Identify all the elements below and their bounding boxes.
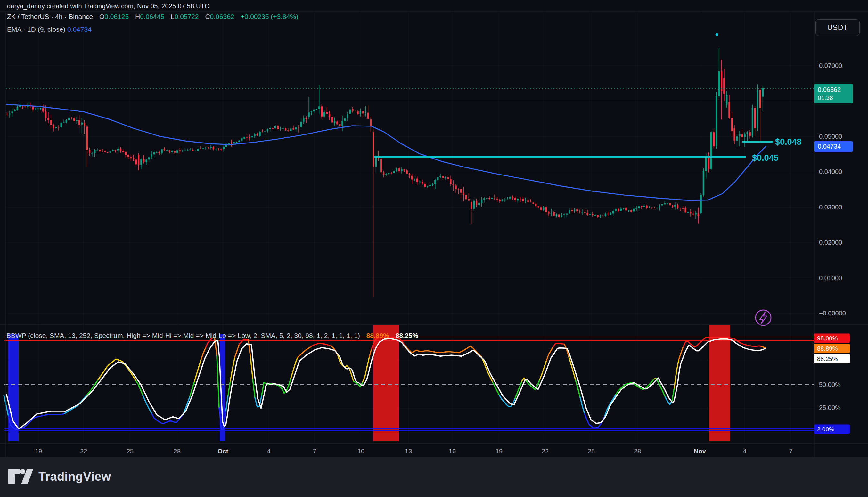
high-value: 0.06445 — [140, 13, 164, 20]
last-price: 0.06362 — [818, 85, 853, 94]
time-axis-label: 19 — [496, 448, 502, 455]
bbwp-25-label: 25.00% — [819, 404, 841, 412]
time-axis-label: 7 — [313, 448, 316, 455]
low-value: 0.05722 — [174, 13, 199, 20]
bottom-bar — [0, 457, 868, 497]
price-axis-label: 0.04000 — [819, 168, 842, 175]
price-axis-label: 0.05000 — [819, 133, 842, 140]
bbwp-high-level-badge: 98.00% — [814, 334, 850, 343]
time-axis-label: 16 — [449, 448, 456, 455]
price-axis-label: 0.02000 — [819, 239, 842, 246]
bbwp-settings: BBWP (close, SMA, 13, 252, Spectrum, Hig… — [6, 332, 360, 339]
ema-title: EMA · 1D (9, close) — [7, 26, 65, 33]
symbol-title: ZK / TetherUS · 4h · Binance — [7, 13, 93, 20]
chart-canvas[interactable] — [0, 0, 868, 497]
time-axis-label: Nov — [694, 448, 706, 455]
low-label: L — [171, 13, 174, 20]
currency-toggle-button[interactable]: USDT — [815, 19, 860, 36]
time-axis-label: 10 — [357, 448, 365, 455]
tradingview-logo-mark — [8, 468, 34, 485]
price-axis-label: 0.07000 — [819, 62, 842, 70]
symbol-legend[interactable]: ZK / TetherUS · 4h · Binance O0.06125 H0… — [7, 13, 298, 20]
attribution-text: darya_danny created with TradingView.com… — [7, 3, 210, 10]
bbwp-indicator-legend[interactable]: BBWP (close, SMA, 13, 252, Spectrum, Hig… — [6, 332, 418, 339]
last-price-badge: 0.06362 01:38 — [814, 84, 853, 103]
price-axis-label: 0.03000 — [819, 203, 842, 211]
close-label: C — [205, 13, 210, 20]
bbwp-50-label: 50.00% — [819, 381, 841, 388]
time-axis-label: 25 — [588, 448, 595, 455]
price-level-label-045[interactable]: $0.045 — [752, 153, 779, 163]
time-axis-label: 13 — [405, 448, 412, 455]
ema-legend[interactable]: EMA · 1D (9, close) 0.04734 — [7, 26, 91, 33]
time-axis-label: 4 — [743, 448, 746, 455]
bar-countdown: 01:38 — [818, 94, 853, 102]
ema-value: 0.04734 — [67, 26, 91, 33]
time-axis-label: 28 — [174, 448, 181, 455]
tradingview-logo[interactable]: TradingView — [8, 468, 111, 485]
time-axis-label: 19 — [35, 448, 42, 455]
tradingview-logo-text: TradingView — [39, 470, 111, 484]
bbwp-current-value: 88.89% — [367, 332, 389, 339]
bbwp-low-level-badge: 2.00% — [814, 425, 850, 434]
time-axis-label: 7 — [789, 448, 793, 455]
open-value: 0.06125 — [104, 13, 129, 20]
price-axis-label: 0.01000 — [819, 274, 842, 282]
bbwp-value-badge: 88.89% — [814, 344, 850, 353]
open-label: O — [99, 13, 104, 20]
price-level-label-048[interactable]: $0.048 — [775, 137, 802, 147]
change-value: +0.00235 (+3.84%) — [241, 13, 298, 20]
time-axis-label: Oct — [217, 448, 228, 455]
time-axis-label: 28 — [634, 448, 641, 455]
price-axis-label: −0.00000 — [819, 310, 846, 317]
tradingview-chart-page: { "attribution": "darya_danny created wi… — [0, 0, 868, 497]
bbwp-ma-badge: 88.25% — [814, 354, 850, 364]
high-label: H — [135, 13, 140, 20]
ema-price-badge: 0.04734 — [814, 141, 853, 152]
bbwp-ma-value: 88.25% — [396, 332, 418, 339]
close-value: 0.06362 — [210, 13, 234, 20]
time-axis-label: 25 — [127, 448, 133, 455]
ema-badge-value: 0.04734 — [818, 143, 853, 150]
time-axis-label: 22 — [542, 448, 549, 455]
time-axis-label: 22 — [80, 448, 87, 455]
time-axis-label: 4 — [267, 448, 270, 455]
